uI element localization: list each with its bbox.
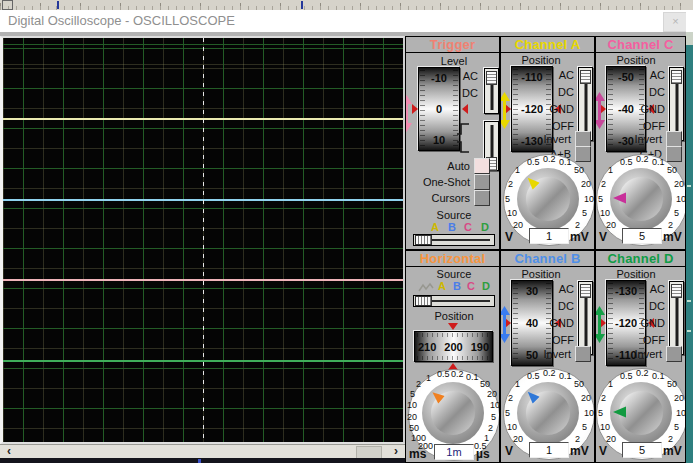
gain-value: 1 — [529, 442, 569, 458]
position-adjust-arrow-icon[interactable] — [500, 306, 511, 343]
invert-button[interactable] — [666, 131, 682, 147]
invert-button[interactable] — [666, 346, 682, 362]
wheel-marker-right-icon — [462, 104, 468, 114]
gain-knob[interactable] — [517, 382, 579, 444]
invert-label: Invert — [525, 348, 571, 361]
trigger-coupling-switch[interactable] — [484, 68, 499, 114]
panel-title: Channel D — [596, 251, 685, 267]
gain-knob[interactable] — [610, 168, 672, 230]
panel-title: Channel B — [501, 251, 594, 267]
channel-b-panel: Channel B Position 30 40 50 AC DC GND OF… — [500, 250, 595, 463]
gain-dial: 0.5 0.2 0.1 1 2 5 10 20 50 20 10 5 2 V 5… — [596, 154, 686, 250]
timebase-value: 1m — [434, 444, 474, 460]
invert-label: Invert — [616, 133, 662, 146]
knob-pointer-icon — [524, 388, 540, 404]
window-title: Digital Oscilloscope - OSCILLOSCOPE — [8, 13, 235, 28]
auto-label: Auto — [416, 160, 470, 173]
one-shot-label: One-Shot — [416, 176, 470, 189]
ruler-origin-icon — [2, 0, 13, 10]
auto-button[interactable] — [474, 158, 490, 174]
coupling-dc-label: DC — [452, 87, 478, 100]
coupling-switch[interactable] — [578, 67, 593, 141]
cursors-button[interactable] — [474, 190, 490, 206]
timebase-dial: 1 0.5 0.2 0.1 2 5 10 20 50 100 200 50 20… — [406, 369, 500, 463]
source-a-label: A — [431, 221, 439, 233]
free-run-icon — [418, 282, 434, 293]
source-b-label: B — [453, 280, 461, 292]
slider-handle[interactable] — [415, 296, 432, 306]
invert-label: Invert — [525, 133, 571, 146]
trigger-source-slider[interactable] — [413, 234, 495, 246]
timebase-knob[interactable] — [422, 382, 484, 444]
cursors-label: Cursors — [416, 192, 470, 205]
title-bar: Digital Oscilloscope - OSCILLOSCOPE × — [0, 10, 693, 32]
edge-polarity-icon — [456, 121, 470, 155]
level-adjust-arrow-icon[interactable] — [405, 95, 413, 132]
channel-a-panel: Channel A Position -110 -120 -130 AC DC … — [500, 36, 595, 250]
panel-title: Trigger — [406, 37, 499, 53]
knob-pointer-icon — [613, 406, 626, 418]
trigger-panel: Trigger Level -10 0 10 AC DC Auto One-Sh… — [405, 36, 500, 250]
knob-pointer-icon — [429, 388, 445, 403]
wheel-marker-top-icon — [448, 323, 458, 330]
scope-graticule — [3, 38, 403, 442]
channel-c-panel: Channel C Position -50 -40 -30 AC DC GND… — [595, 36, 686, 250]
cursor-line — [203, 38, 204, 442]
source-c-label: C — [464, 221, 472, 233]
horizontal-source-slider[interactable] — [413, 295, 495, 307]
horizontal-position-wheel[interactable]: 210 200 190 — [414, 331, 493, 362]
close-button[interactable]: × — [663, 12, 688, 32]
switch-thumb[interactable] — [580, 70, 591, 84]
background-window-edge — [686, 32, 693, 45]
gain-dial: 0.5 0.2 0.1 1 2 5 10 20 50 20 10 5 2 V 1… — [501, 368, 595, 463]
coupling-switch[interactable] — [578, 281, 593, 355]
knob-pointer-icon — [524, 174, 540, 190]
background-ruler — [0, 0, 693, 10]
channel-d-panel: Channel D Position -130 -120 -110 AC DC … — [595, 250, 686, 463]
switch-thumb[interactable] — [486, 71, 497, 85]
source-d-label: D — [482, 280, 490, 292]
horizontal-scrollbar[interactable]: ‹ › — [0, 444, 405, 458]
position-label: Position — [424, 310, 484, 323]
panel-title: Channel C — [596, 37, 685, 53]
knob-pointer-icon — [613, 192, 626, 204]
gain-dial: 0.5 0.2 0.1 1 2 5 10 20 50 20 10 5 2 V 5… — [596, 368, 686, 463]
position-adjust-arrow-icon[interactable] — [595, 92, 606, 129]
gain-knob[interactable] — [517, 168, 579, 230]
horizontal-panel: Horizontal Source A B C D Position 210 2… — [405, 250, 500, 463]
scope-display-frame — [0, 36, 405, 444]
scroll-right-icon[interactable]: › — [389, 445, 403, 458]
source-c-label: C — [467, 280, 475, 292]
invert-button[interactable] — [575, 346, 591, 362]
switch-thumb[interactable] — [671, 70, 682, 84]
coupling-ac-label: AC — [452, 70, 478, 83]
oscilloscope-window: Digital Oscilloscope - OSCILLOSCOPE × ‹ … — [0, 0, 693, 463]
gain-knob[interactable] — [610, 382, 672, 444]
position-adjust-arrow-icon[interactable] — [595, 306, 606, 343]
invert-button[interactable] — [575, 131, 591, 147]
position-adjust-arrow-icon[interactable] — [500, 92, 511, 129]
one-shot-button[interactable] — [474, 174, 490, 190]
gain-dial: 0.5 0.2 0.1 1 2 5 10 20 50 20 10 5 2 V 1… — [501, 154, 595, 250]
panel-title: Horizontal — [406, 251, 499, 267]
source-d-label: D — [481, 221, 489, 233]
source-b-label: B — [448, 221, 456, 233]
scroll-left-icon[interactable]: ‹ — [2, 445, 16, 458]
gain-value: 5 — [622, 228, 662, 244]
gain-value: 5 — [622, 442, 662, 458]
panel-title: Channel A — [501, 37, 594, 53]
invert-label: Invert — [616, 348, 662, 361]
slider-handle[interactable] — [415, 235, 432, 245]
coupling-switch[interactable] — [669, 67, 684, 141]
coupling-switch[interactable] — [669, 281, 684, 355]
source-a-label: A — [438, 280, 446, 292]
switch-thumb[interactable] — [671, 284, 682, 298]
switch-thumb[interactable] — [580, 284, 591, 298]
gain-value: 1 — [529, 228, 569, 244]
